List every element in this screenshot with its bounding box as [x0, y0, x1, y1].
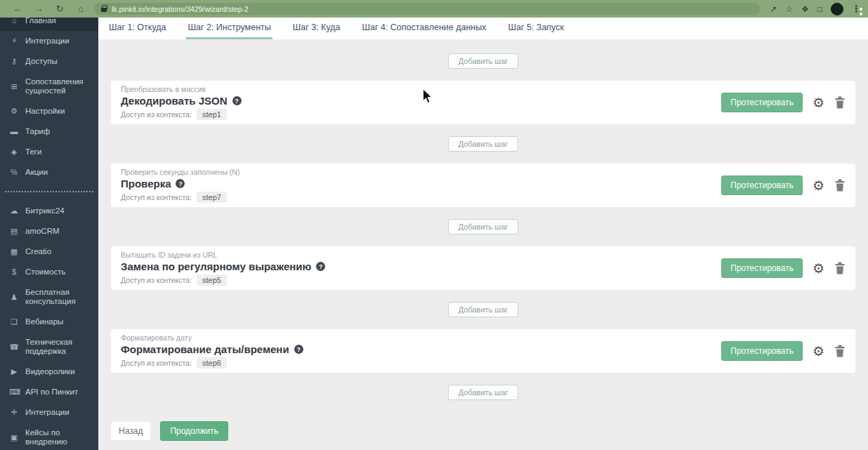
delete-trash-icon[interactable] [834, 179, 846, 192]
home-icon[interactable]: ⌂ [70, 4, 91, 14]
reload-icon[interactable]: ↻ [49, 4, 70, 14]
home-icon: ⌂ [9, 18, 19, 25]
add-step-button[interactable]: Добавить шаг [448, 136, 519, 152]
key-icon: ⚷ [9, 57, 19, 66]
sidebar-item-konsultaciya[interactable]: ♟ Бесплатная консультация [0, 282, 98, 312]
sidebar-item-vebinary[interactable]: ❏ Вебинары [0, 312, 98, 332]
sidebar-item-keysy[interactable]: ▣ Кейсы по внедрению [0, 423, 98, 450]
settings-gear-icon[interactable]: ⚙ [813, 262, 824, 275]
person-icon: ♟ [9, 293, 19, 302]
sidebar-item-label: Битрикс24 [25, 206, 65, 216]
gears-icon: ⚙ [9, 107, 19, 116]
test-button[interactable]: Протестировать [721, 176, 803, 195]
sidebar-item-label: Видеоролики [25, 367, 75, 376]
dollar-icon: $ [9, 267, 19, 277]
delete-trash-icon[interactable] [834, 345, 846, 357]
browser-toolbar: ← → ↻ ⌂ lk.pinkit.io/integrations/3429/w… [0, 0, 868, 18]
sidebar-item-videoroliki[interactable]: ▶ Видеоролики [0, 362, 98, 382]
step-title: Декодировать JSON [121, 95, 228, 107]
tab-step-4[interactable]: Шаг 4: Сопоставление данных [360, 18, 487, 39]
step-card: Форматировать дату Форматирование даты/в… [111, 329, 855, 373]
sidebar-item-creatio[interactable]: ▦ Creatio [0, 241, 98, 262]
wizard-content: Добавить шаг Преобразовать в массив Деко… [98, 39, 868, 450]
test-button[interactable]: Протестировать [721, 93, 803, 112]
percent-icon: % [9, 168, 19, 177]
step-title: Замена по регулярному выражению [121, 260, 311, 272]
share-icon[interactable]: ↗ [770, 4, 777, 14]
table-icon: ⊞ [9, 82, 19, 91]
headset-icon: ☎ [9, 343, 19, 352]
help-icon[interactable]: ? [316, 262, 325, 271]
sidebar-item-label: Интеграции [25, 408, 70, 417]
context-label: Доступ из контекста: [121, 276, 192, 284]
test-button[interactable]: Протестировать [721, 258, 803, 278]
sidebar-item-bitrix24[interactable]: ☁ Битрикс24 [0, 201, 98, 221]
tab-step-2[interactable]: Шаг 2: Инструменты [186, 18, 272, 39]
bookmark-star-icon[interactable]: ☆ [785, 4, 793, 14]
video-play-icon: ▶ [9, 367, 19, 376]
sidebar-item-label: Теги [25, 147, 41, 157]
sidebar-item-label: Тариф [25, 127, 50, 136]
step-subtitle: Проверить секунды заполнены (N) [121, 168, 239, 176]
sidebar-item-label: Creatio [25, 247, 51, 256]
settings-gear-icon[interactable]: ⚙ [813, 345, 824, 358]
sidebar: ⌂ Главная ⚡ Интеграции ⚷ Доступы ⊞ Сопос… [0, 18, 98, 450]
help-icon[interactable]: ? [294, 345, 303, 354]
sidebar-item-api[interactable]: ⌨ API по Пинкит [0, 382, 98, 402]
step-card: Преобразовать в массив Декодировать JSON… [111, 81, 855, 124]
sidebar-item-nastroyki[interactable]: ⚙ Настройки [0, 101, 98, 121]
sidebar-item-label: Вебинары [25, 317, 63, 326]
sidebar-item-label: Настройки [25, 107, 65, 116]
sidebar-item-amocrm[interactable]: ▤ amoCRM [0, 221, 98, 241]
add-step-button[interactable]: Добавить шаг [448, 302, 519, 317]
sidebar-item-dostupy[interactable]: ⚷ Доступы [0, 51, 98, 72]
url-text[interactable]: lk.pinkit.io/integrations/3429/wizard/st… [112, 5, 249, 13]
sidebar-item-stoimost[interactable]: $ Стоимость [0, 262, 98, 282]
profile-avatar[interactable] [831, 3, 843, 15]
forward-icon[interactable]: → [28, 4, 49, 14]
cloud-icon: ☁ [9, 206, 19, 216]
settings-gear-icon[interactable]: ⚙ [813, 179, 824, 192]
settings-gear-icon[interactable]: ⚙ [813, 96, 824, 110]
back-button[interactable]: Назад [111, 422, 150, 440]
sidebar-item-sopostavleniya[interactable]: ⊞ Сопоставления сущностей [0, 72, 98, 101]
sidebar-item-podderzhka[interactable]: ☎ Техническая поддержка [0, 332, 98, 362]
sidebar-item-integracii[interactable]: ⚡ Интеграции [0, 31, 98, 51]
step-card: Вытащить ID задачи из URL Замена по регу… [111, 246, 855, 290]
step-subtitle: Форматировать дату [121, 333, 303, 342]
help-icon[interactable]: ? [176, 179, 185, 188]
add-step-button[interactable]: Добавить шаг [448, 53, 519, 69]
add-step-button[interactable]: Добавить шаг [448, 385, 519, 400]
tab-step-1[interactable]: Шаг 1: Откуда [107, 18, 167, 39]
tab-step-3[interactable]: Шаг 3: Куда [291, 18, 342, 39]
step-title: Форматирование даты/времени [121, 343, 289, 355]
briefcase-icon: ▣ [9, 433, 19, 442]
sidebar-item-label: Доступы [25, 57, 58, 66]
sidebar-item-tegi[interactable]: ◈ Теги [0, 142, 98, 162]
test-button[interactable]: Протестировать [721, 341, 803, 361]
wizard-tabs: Шаг 1: Откуда Шаг 2: Инструменты Шаг 3: … [98, 18, 868, 39]
tab-step-5[interactable]: Шаг 5: Запуск [507, 18, 565, 39]
context-label: Доступ из контекста: [121, 193, 192, 201]
delete-trash-icon[interactable] [834, 96, 846, 109]
step-subtitle: Вытащить ID задачи из URL [121, 251, 325, 259]
context-label: Доступ из контекста: [121, 359, 192, 367]
sidebar-item-glavnaya[interactable]: ⌂ Главная [0, 18, 98, 31]
delete-trash-icon[interactable] [834, 262, 846, 274]
sidebar-item-label: Бесплатная консультация [25, 288, 93, 306]
tab-square-icon[interactable]: □ [817, 4, 822, 14]
plug-icon: ✛ [9, 408, 19, 417]
sidebar-item-integracii-2[interactable]: ✛ Интеграции [0, 402, 98, 423]
back-icon[interactable]: ← [7, 4, 28, 14]
sidebar-item-label: Интеграции [25, 37, 70, 46]
address-bar[interactable]: lk.pinkit.io/integrations/3429/wizard/st… [94, 3, 760, 15]
continue-button[interactable]: Продолжить [160, 421, 228, 441]
sidebar-item-label: amoCRM [25, 227, 60, 236]
sidebar-item-akcii[interactable]: % Акции [0, 162, 98, 183]
card-icon: ▬ [9, 127, 19, 136]
extensions-icon[interactable]: ❖ [801, 4, 809, 14]
help-icon[interactable]: ? [232, 96, 242, 105]
add-step-button[interactable]: Добавить шаг [448, 219, 519, 234]
sidebar-item-tarif[interactable]: ▬ Тариф [0, 121, 98, 142]
context-label: Доступ из контекста: [121, 110, 192, 119]
